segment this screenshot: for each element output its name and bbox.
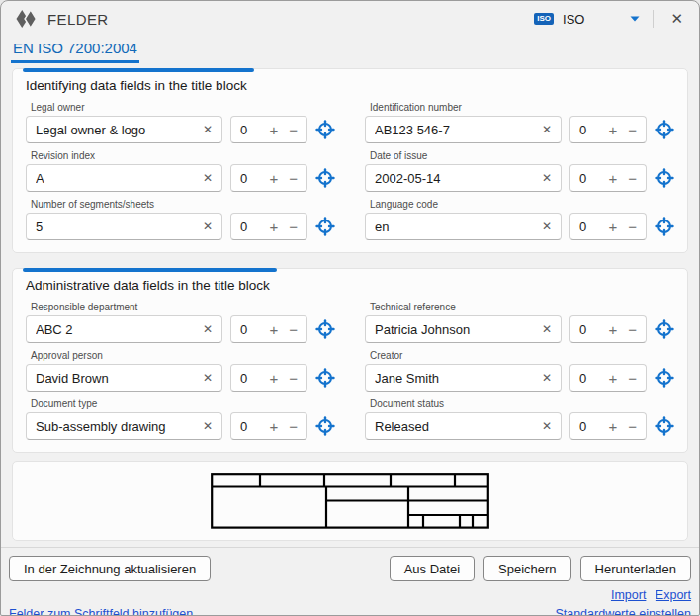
decrement-icon[interactable]: − [289,171,298,186]
field-count-stepper[interactable]: 0 + − [230,315,307,343]
tab-en-iso-7200[interactable]: EN ISO 7200:2004 [11,37,139,63]
decrement-icon[interactable]: − [289,220,298,234]
field-count-stepper[interactable]: 0 + − [230,116,307,143]
decrement-icon[interactable]: − [289,419,298,434]
decrement-icon[interactable]: − [289,322,298,337]
clear-icon[interactable]: ✕ [203,123,213,136]
pick-position-icon[interactable] [655,168,674,188]
field-text-input[interactable]: ABC 2 ✕ [26,315,222,343]
pick-position-icon[interactable] [315,120,335,139]
decrement-icon[interactable]: − [628,220,637,234]
increment-icon[interactable]: + [269,322,278,337]
import-link[interactable]: Import [611,588,646,602]
field-count-stepper[interactable]: 0 + − [569,364,647,392]
increment-icon[interactable]: + [608,371,617,386]
field-row: David Brown ✕ 0 + − [26,364,335,392]
field-text-input[interactable]: Jane Smith ✕ [365,364,562,392]
felder-window: FELDER ISO ISO ✕ EN ISO 7200:2004 Identi… [0,0,700,616]
stepper-value: 0 [579,171,608,186]
set-defaults-link[interactable]: Standardwerte einstellen [555,607,691,616]
clear-icon[interactable]: ✕ [203,220,213,233]
clear-icon[interactable]: ✕ [203,171,213,185]
pick-position-icon[interactable] [655,319,674,339]
field-count-stepper[interactable]: 0 + − [230,164,307,192]
increment-icon[interactable]: + [608,171,617,186]
field-count-stepper[interactable]: 0 + − [230,364,307,392]
decrement-icon[interactable]: − [628,322,637,337]
field-count-stepper[interactable]: 0 + − [230,412,307,440]
pick-position-icon[interactable] [655,120,674,139]
field-text-input[interactable]: 5 ✕ [26,213,222,240]
increment-icon[interactable]: + [269,171,278,186]
field-text-input[interactable]: 2002-05-14 ✕ [365,164,562,192]
field-text-input[interactable]: Released ✕ [365,412,562,440]
field-group: Number of segments/sheets 5 ✕ 0 + − [26,199,335,240]
field-text-input[interactable]: Legal owner & logo ✕ [26,116,222,143]
field-count-stepper[interactable]: 0 + − [230,213,307,240]
from-file-button[interactable]: Aus Datei [390,556,475,581]
clear-icon[interactable]: ✕ [203,371,213,385]
field-text-input[interactable]: David Brown ✕ [26,364,222,392]
pick-position-icon[interactable] [315,168,335,188]
increment-icon[interactable]: + [608,322,617,337]
decrement-icon[interactable]: − [289,123,298,137]
clear-icon[interactable]: ✕ [542,419,552,433]
increment-icon[interactable]: + [608,220,617,234]
download-button[interactable]: Herunterladen [580,556,691,581]
close-icon[interactable]: ✕ [664,8,689,30]
increment-icon[interactable]: + [608,123,617,137]
clear-icon[interactable]: ✕ [542,322,552,336]
standard-select-value[interactable]: ISO [563,12,584,27]
decrement-icon[interactable]: − [628,371,637,386]
save-button[interactable]: Speichern [483,556,571,581]
pick-position-icon[interactable] [315,217,335,236]
pick-position-icon[interactable] [655,368,674,388]
increment-icon[interactable]: + [269,419,278,434]
field-group: Legal owner Legal owner & logo ✕ 0 + − [26,102,335,143]
field-label: Legal owner [31,102,335,113]
decrement-icon[interactable]: − [628,419,637,434]
pick-position-icon[interactable] [655,217,674,236]
field-count-stepper[interactable]: 0 + − [569,315,647,343]
field-label: Language code [370,199,674,210]
increment-icon[interactable]: + [608,419,617,434]
field-count-stepper[interactable]: 0 + − [569,412,647,440]
decrement-icon[interactable]: − [628,123,637,137]
footer-buttons-row: In der Zeichnung aktualisieren Aus Datei… [9,556,691,581]
increment-icon[interactable]: + [269,220,278,234]
clear-icon[interactable]: ✕ [542,123,552,136]
field-text-input[interactable]: Sub-assembly drawing ✕ [26,412,222,440]
add-fields-to-titleblock-link[interactable]: Felder zum Schriftfeld hinzufügen [9,607,193,616]
field-text-input[interactable]: en ✕ [365,213,562,240]
clear-icon[interactable]: ✕ [542,371,552,385]
fields-grid: Legal owner Legal owner & logo ✕ 0 + − [26,102,674,240]
field-text-input[interactable]: Patricia Johnson ✕ [365,315,562,343]
field-count-stepper[interactable]: 0 + − [569,116,647,143]
field-text-input[interactable]: A ✕ [26,164,222,192]
increment-icon[interactable]: + [269,371,278,386]
increment-icon[interactable]: + [269,123,278,137]
field-label: Document type [31,398,335,409]
clear-icon[interactable]: ✕ [203,322,213,336]
clear-icon[interactable]: ✕ [542,171,552,185]
decrement-icon[interactable]: − [289,371,298,386]
section-card: Identifying data fields in the title blo… [12,68,688,253]
decrement-icon[interactable]: − [628,171,637,186]
field-row: ABC 2 ✕ 0 + − [26,315,335,343]
update-in-drawing-button[interactable]: In der Zeichnung aktualisieren [9,556,211,581]
felder-logo-icon [15,9,39,29]
pick-position-icon[interactable] [315,368,335,388]
field-count-stepper[interactable]: 0 + − [569,164,647,192]
field-group: Language code en ✕ 0 + − [365,199,674,240]
field-row: Sub-assembly drawing ✕ 0 + − [26,412,335,440]
stepper-value: 0 [240,322,269,337]
pick-position-icon[interactable] [315,416,335,436]
field-text-input[interactable]: AB123 546-7 ✕ [365,116,562,143]
chevron-down-icon[interactable] [630,16,640,22]
clear-icon[interactable]: ✕ [203,419,213,433]
field-count-stepper[interactable]: 0 + − [569,213,647,240]
pick-position-icon[interactable] [655,416,674,436]
clear-icon[interactable]: ✕ [542,220,552,233]
export-link[interactable]: Export [656,588,691,602]
pick-position-icon[interactable] [315,319,335,339]
